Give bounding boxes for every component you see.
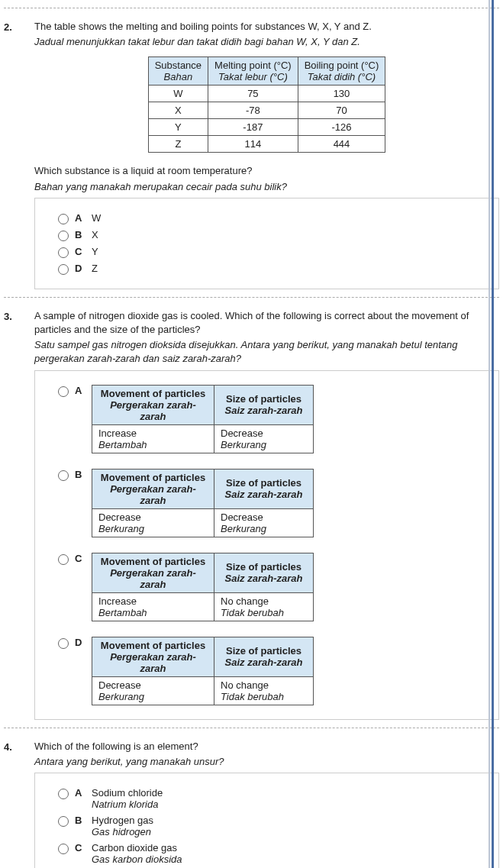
- option-b[interactable]: B Hydrogen gasGas hidrogen: [58, 815, 489, 837]
- question-text-en: Which of the following is an element?: [34, 740, 499, 753]
- divider: [4, 728, 499, 728]
- option-d[interactable]: D Z: [58, 263, 489, 275]
- radio-icon[interactable]: [58, 214, 69, 224]
- question-3: 3. A sample of nitrogen dioxide gas is c…: [4, 309, 499, 720]
- scrollbar-thumb[interactable]: [492, 0, 494, 868]
- table-row: X-7870: [148, 102, 385, 119]
- option-table: Movement of particlesPergerakan zarah-za…: [92, 553, 314, 621]
- radio-icon[interactable]: [58, 789, 69, 799]
- substance-table: SubstanceBahan Melting point (°C)Takat l…: [148, 56, 386, 153]
- radio-icon[interactable]: [58, 264, 69, 275]
- answers-box: A Movement of particlesPergerakan zarah-…: [34, 370, 499, 720]
- radio-icon[interactable]: [58, 554, 69, 565]
- radio-icon[interactable]: [58, 247, 69, 258]
- option-c[interactable]: C Movement of particlesPergerakan zarah-…: [58, 553, 489, 621]
- option-b[interactable]: B X: [58, 229, 489, 241]
- radio-icon[interactable]: [58, 386, 69, 397]
- question-ask-en: Which substance is a liquid at room temp…: [34, 164, 499, 178]
- scrollbar-track: [488, 0, 490, 868]
- question-4: 4. Which of the following is an element?…: [4, 740, 499, 869]
- radio-icon[interactable]: [58, 844, 69, 854]
- option-table: Movement of particlesPergerakan zarah-za…: [92, 469, 314, 537]
- option-c[interactable]: C Carbon dioxide gasGas karbon dioksida: [58, 842, 489, 865]
- radio-icon[interactable]: [58, 638, 69, 649]
- answers-box: A W B X C Y D Z: [34, 198, 499, 289]
- option-a[interactable]: A W: [58, 212, 489, 224]
- table-row: Z114444: [148, 136, 385, 153]
- divider: [4, 8, 499, 8]
- question-ask-ms: Bahan yang manakah merupakan cecair pada…: [34, 180, 499, 194]
- question-text-ms: Antara yang berikut, yang manakah unsur?: [34, 755, 499, 769]
- table-row: W75130: [148, 86, 385, 102]
- divider: [4, 297, 499, 298]
- radio-icon[interactable]: [58, 816, 69, 827]
- radio-icon[interactable]: [58, 470, 69, 481]
- answers-box: A Sodium chlorideNatrium klorida B Hydro…: [34, 773, 499, 868]
- question-text-en: A sample of nitrogen dioxide gas is cool…: [34, 309, 499, 337]
- option-table: Movement of particlesPergerakan zarah-za…: [92, 637, 314, 705]
- table-row: Y-187-126: [148, 119, 385, 136]
- question-2: 2. The table shows the melting and boili…: [4, 20, 499, 289]
- question-text-en: The table shows the melting and boiling …: [34, 20, 499, 34]
- question-text-ms: Jadual menunjukkan takat lebur dan takat…: [34, 35, 499, 49]
- question-number: 3.: [4, 309, 34, 720]
- option-d[interactable]: D Movement of particlesPergerakan zarah-…: [58, 637, 489, 705]
- option-c[interactable]: C Y: [58, 246, 489, 258]
- radio-icon[interactable]: [58, 231, 69, 241]
- question-number: 2.: [4, 20, 34, 289]
- option-table: Movement of particlesPergerakan zarah-za…: [92, 385, 314, 453]
- option-a[interactable]: A Sodium chlorideNatrium klorida: [58, 787, 489, 810]
- question-text-ms: Satu sampel gas nitrogen dioksida diseju…: [34, 338, 499, 366]
- option-a[interactable]: A Movement of particlesPergerakan zarah-…: [58, 385, 489, 453]
- question-number: 4.: [4, 740, 34, 869]
- option-b[interactable]: B Movement of particlesPergerakan zarah-…: [58, 469, 489, 537]
